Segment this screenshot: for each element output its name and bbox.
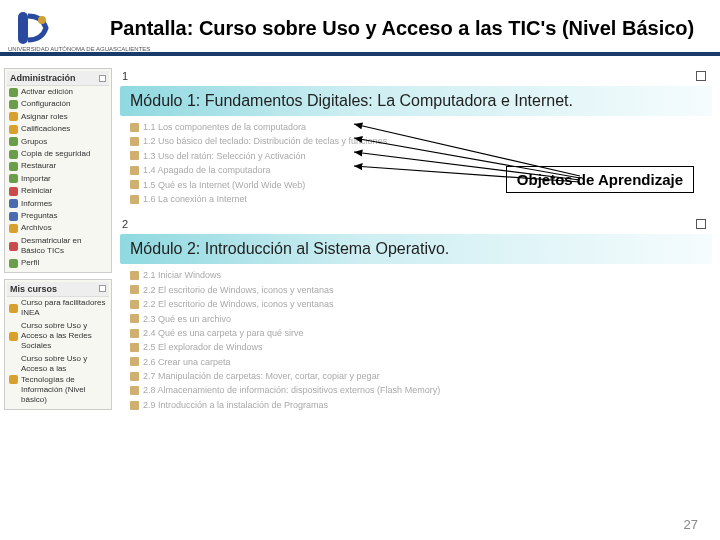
- module-item[interactable]: 2.9 Introducción a la instalación de Pro…: [130, 398, 712, 412]
- learning-object-icon: [130, 314, 139, 323]
- module-number-row: 2: [120, 216, 712, 234]
- sidebar-course-item[interactable]: Curso para facilitadores INEA: [7, 297, 109, 320]
- sidebar-admin-item[interactable]: Preguntas: [7, 210, 109, 222]
- module-item[interactable]: 2.7 Manipulación de carpetas: Mover, cor…: [130, 369, 712, 383]
- learning-object-icon: [130, 166, 139, 175]
- module-item-label: 1.5 Qué es la Internet (World Wide Web): [143, 178, 305, 192]
- sidebar-admin-item[interactable]: Copia de seguridad: [7, 148, 109, 160]
- learning-object-icon: [130, 300, 139, 309]
- sidebar-course-item[interactable]: Curso sobre Uso y Acceso a las Tecnologí…: [7, 353, 109, 407]
- module-item-label: 2.6 Crear una carpeta: [143, 355, 231, 369]
- learning-object-icon: [130, 195, 139, 204]
- sidebar-item-label: Restaurar: [21, 161, 56, 171]
- sidebar-admin-item[interactable]: Configuración: [7, 98, 109, 110]
- sidebar-item-label: Preguntas: [21, 211, 57, 221]
- admin-head-label: Administración: [10, 73, 76, 83]
- module-item[interactable]: 1.1 Los componentes de la computadora: [130, 120, 712, 134]
- sidebar-admin-item[interactable]: Informes: [7, 198, 109, 210]
- learning-object-icon: [130, 271, 139, 280]
- module-title: Módulo 2: Introducción al Sistema Operat…: [120, 234, 712, 264]
- course-icon: [9, 375, 18, 384]
- learning-object-icon: [130, 285, 139, 294]
- module-item-label: 2.3 Qué es un archivo: [143, 312, 231, 326]
- menu-icon: [9, 100, 18, 109]
- learning-object-icon: [130, 372, 139, 381]
- course-icon: [9, 304, 18, 313]
- sidebar-item-label: Perfil: [21, 258, 39, 268]
- slide-title: Pantalla: Curso sobre Uso y Acceso a las…: [110, 17, 694, 40]
- menu-icon: [9, 88, 18, 97]
- learning-object-icon: [130, 151, 139, 160]
- svg-rect-0: [18, 12, 28, 44]
- collapse-icon[interactable]: [99, 75, 106, 82]
- sidebar-admin-item[interactable]: Asignar roles: [7, 111, 109, 123]
- sidebar-item-label: Desmatricular en Básico TICs: [21, 236, 107, 257]
- menu-icon: [9, 174, 18, 183]
- menu-icon: [9, 137, 18, 146]
- module-checkbox-icon[interactable]: [696, 71, 706, 81]
- university-logo: [10, 6, 54, 50]
- callout-box: Objetos de Aprendizaje: [506, 166, 694, 193]
- learning-object-icon: [130, 123, 139, 132]
- main-area: Administración Activar ediciónConfigurac…: [0, 56, 720, 476]
- learning-object-icon: [130, 357, 139, 366]
- module-item[interactable]: 2.4 Qué es una carpeta y para qué sirve: [130, 326, 712, 340]
- svg-point-1: [38, 16, 46, 24]
- module-item[interactable]: 2.2 El escritorio de Windows, iconos y v…: [130, 297, 712, 311]
- sidebar-item-label: Curso sobre Uso y Acceso a las Redes Soc…: [21, 321, 107, 352]
- sidebar-admin-item[interactable]: Reiniciar: [7, 185, 109, 197]
- module-item[interactable]: 1.3 Uso del ratón: Selección y Activació…: [130, 149, 712, 163]
- sidebar-admin-item[interactable]: Importar: [7, 173, 109, 185]
- sidebar-admin-item[interactable]: Desmatricular en Básico TICs: [7, 235, 109, 258]
- admin-head: Administración: [7, 71, 109, 86]
- sidebar-item-label: Reiniciar: [21, 186, 52, 196]
- module-item-label: 2.2 El escritorio de Windows, iconos y v…: [143, 297, 334, 311]
- menu-icon: [9, 112, 18, 121]
- module-number: 1: [122, 70, 128, 82]
- menu-icon: [9, 150, 18, 159]
- collapse-icon[interactable]: [99, 285, 106, 292]
- learning-object-icon: [130, 180, 139, 189]
- sidebar-item-label: Calificaciones: [21, 124, 70, 134]
- module-number-row: 1: [120, 68, 712, 86]
- sidebar-item-label: Configuración: [21, 99, 70, 109]
- module-item-label: 2.4 Qué es una carpeta y para qué sirve: [143, 326, 304, 340]
- module-item[interactable]: 2.6 Crear una carpeta: [130, 355, 712, 369]
- module-checkbox-icon[interactable]: [696, 219, 706, 229]
- menu-icon: [9, 212, 18, 221]
- sidebar-item-label: Curso para facilitadores INEA: [21, 298, 107, 319]
- module-item[interactable]: 1.2 Uso básico del teclado: Distribución…: [130, 134, 712, 148]
- sidebar-admin-item[interactable]: Grupos: [7, 136, 109, 148]
- learning-object-icon: [130, 137, 139, 146]
- sidebar-course-item[interactable]: Curso sobre Uso y Acceso a las Redes Soc…: [7, 320, 109, 353]
- sidebar-admin-item[interactable]: Activar edición: [7, 86, 109, 98]
- sidebar-item-label: Asignar roles: [21, 112, 68, 122]
- module-item-label: 1.2 Uso básico del teclado: Distribución…: [143, 134, 387, 148]
- sidebar-admin-item[interactable]: Restaurar: [7, 160, 109, 172]
- learning-object-icon: [130, 401, 139, 410]
- learning-object-icon: [130, 343, 139, 352]
- sidebar-admin-item[interactable]: Archivos: [7, 222, 109, 234]
- sidebar-item-label: Archivos: [21, 223, 52, 233]
- menu-icon: [9, 242, 18, 251]
- sidebar: Administración Activar ediciónConfigurac…: [0, 68, 112, 476]
- sidebar-admin-item[interactable]: Calificaciones: [7, 123, 109, 135]
- module-item-label: 1.6 La conexión a Internet: [143, 192, 247, 206]
- course-icon: [9, 332, 18, 341]
- page-number: 27: [684, 517, 698, 532]
- module-item[interactable]: 2.3 Qué es un archivo: [130, 312, 712, 326]
- menu-icon: [9, 224, 18, 233]
- module-item[interactable]: 2.5 El explorador de Windows: [130, 340, 712, 354]
- module-item[interactable]: 1.6 La conexión a Internet: [130, 192, 712, 206]
- module-item-label: 2.2 El escritorio de Windows, iconos y v…: [143, 283, 334, 297]
- sidebar-admin-item[interactable]: Perfil: [7, 257, 109, 269]
- content-area: 1Módulo 1: Fundamentos Digitales: La Com…: [112, 68, 712, 476]
- module-item[interactable]: 2.2 El escritorio de Windows, iconos y v…: [130, 283, 712, 297]
- module-item[interactable]: 2.1 Iniciar Windows: [130, 268, 712, 282]
- sidebar-item-label: Importar: [21, 174, 51, 184]
- module-item-label: 1.1 Los componentes de la computadora: [143, 120, 306, 134]
- menu-icon: [9, 162, 18, 171]
- sidebar-item-label: Informes: [21, 199, 52, 209]
- menu-icon: [9, 259, 18, 268]
- module-item[interactable]: 2.8 Almacenamiento de información: dispo…: [130, 383, 712, 397]
